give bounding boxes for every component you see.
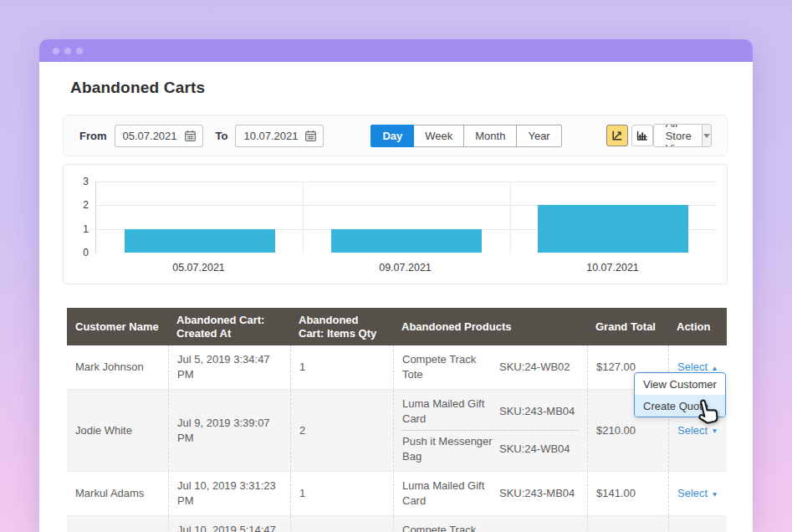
product-sku: SKU:243-MB04 xyxy=(499,486,579,501)
calendar-icon[interactable] xyxy=(304,130,317,142)
product-line: Compete Track ToteSKU:24-WB02 xyxy=(402,350,579,384)
grand-total-cell: $141.00 xyxy=(587,472,668,515)
table-row: Markul AdamsJul 10, 2019 3:31:23 PM1Luma… xyxy=(67,472,727,516)
action-cell: Select▼ xyxy=(668,516,727,532)
created-at-cell: Jul 10, 2019 5:14:47 PM xyxy=(168,516,290,532)
column-header: Abandoned Cart: Items Qty xyxy=(290,308,393,345)
product-line: Luma Mailed Gift CardSKU:243-MB04 xyxy=(402,395,579,428)
product-sku: SKU:24-WB02 xyxy=(499,360,579,375)
y-axis-labels: 0123 xyxy=(64,182,89,253)
y-tick-label: 0 xyxy=(64,247,89,258)
x-tick-label: 10.07.2021 xyxy=(509,262,716,274)
abandoned-products-cell: Compete Track ToteSKU:24-WB02 xyxy=(393,345,587,389)
column-header: Abandoned Products xyxy=(393,308,587,345)
select-action-label: Select xyxy=(677,486,708,501)
product-sku: SKU:24-WB04 xyxy=(499,442,579,457)
chart-bar[interactable] xyxy=(331,229,482,253)
abandoned-carts-table: Customer NameAbandoned Cart: Created AtA… xyxy=(67,308,727,532)
period-button-month[interactable]: Month xyxy=(464,125,517,147)
y-tick-label: 1 xyxy=(64,223,89,235)
to-date-field xyxy=(235,125,324,147)
column-header: Customer Name xyxy=(67,308,168,345)
horizontal-gridline xyxy=(96,182,717,182)
y-tick-label: 3 xyxy=(64,176,89,187)
table-row: Jane SmithJul 10, 2019 5:14:47 PM1Compet… xyxy=(67,516,727,532)
line-chart-icon[interactable] xyxy=(606,125,628,146)
product-name: Compete Track Tote xyxy=(402,523,499,532)
chart-type-switcher xyxy=(606,125,653,146)
column-header: Grand Total xyxy=(587,308,668,345)
from-label: From xyxy=(79,130,107,142)
customer-name-cell: Markul Adams xyxy=(67,472,168,515)
bar-chart-icon[interactable] xyxy=(631,125,653,146)
window-dot-icon xyxy=(76,48,83,54)
vertical-gridline xyxy=(510,182,511,253)
select-action-link[interactable]: Select▼ xyxy=(677,486,718,502)
period-button-day[interactable]: Day xyxy=(370,125,414,147)
abandoned-products-cell: Luma Mailed Gift CardSKU:243-MB04Push it… xyxy=(393,390,587,471)
page-title: Abandoned Carts xyxy=(70,79,205,97)
from-date-field xyxy=(115,125,203,147)
menu-item-view-customer[interactable]: View Customer xyxy=(635,373,725,395)
chart-bar[interactable] xyxy=(125,229,275,253)
hand-pointer-cursor xyxy=(694,397,723,431)
product-line: Luma Mailed Gift CardSKU:243-MB04 xyxy=(402,477,579,510)
chart-bar[interactable] xyxy=(538,205,688,253)
created-at-cell: Jul 5, 2019 3:34:47 PM xyxy=(168,345,290,389)
column-header: Abandoned Cart: Created At xyxy=(168,308,290,345)
product-name: Compete Track Tote xyxy=(402,352,499,382)
x-tick-label: 05.07.2021 xyxy=(95,262,302,274)
table-body: Mark JohnsonJul 5, 2019 3:34:47 PM1Compe… xyxy=(67,345,727,532)
y-tick-label: 2 xyxy=(64,199,89,211)
grand-total-cell: $127.00 xyxy=(587,516,668,532)
window-titlebar xyxy=(39,39,753,62)
chart-plot-area xyxy=(95,182,717,253)
chevron-down-icon: ▼ xyxy=(711,486,718,502)
chevron-down-icon[interactable] xyxy=(702,125,711,146)
window-dot-icon xyxy=(53,48,59,54)
product-name: Push it Messenger Bag xyxy=(402,434,499,464)
column-header: Action xyxy=(668,308,727,345)
abandoned-products-cell: Luma Mailed Gift CardSKU:243-MB04 xyxy=(393,472,587,515)
items-qty-cell: 2 xyxy=(290,390,393,471)
created-at-cell: Jul 9, 2019 3:39:07 PM xyxy=(168,390,290,471)
x-tick-label: 09.07.2021 xyxy=(302,262,508,274)
abandoned-carts-bar-chart: 012305.07.202109.07.202110.07.2021 xyxy=(63,164,728,284)
table-row: Mark JohnsonJul 5, 2019 3:34:47 PM1Compe… xyxy=(67,345,727,390)
period-button-year[interactable]: Year xyxy=(517,125,561,147)
items-qty-cell: 1 xyxy=(290,472,393,515)
table-row: Jodie WhiteJul 9, 2019 3:39:07 PM2Luma M… xyxy=(67,390,727,472)
product-line: Push it Messenger BagSKU:24-WB04 xyxy=(402,432,579,466)
action-cell: Select▼ xyxy=(668,472,727,515)
vertical-gridline xyxy=(303,182,304,253)
store-views-select[interactable]: All Store Views xyxy=(653,124,712,147)
customer-name-cell: Jane Smith xyxy=(67,516,168,532)
calendar-icon[interactable] xyxy=(184,130,197,142)
store-views-value: All Store Views xyxy=(654,125,703,146)
window-dot-icon xyxy=(64,48,71,54)
product-sku: SKU:243-MB04 xyxy=(499,404,579,419)
to-label: To xyxy=(216,130,228,142)
table-header-row: Customer NameAbandoned Cart: Created AtA… xyxy=(67,308,727,345)
from-date-input[interactable] xyxy=(123,130,179,142)
period-button-week[interactable]: Week xyxy=(414,125,464,147)
product-name: Luma Mailed Gift Card xyxy=(402,478,499,509)
period-segmented-control: DayWeekMonthYear xyxy=(370,125,561,147)
filter-toolbar: From To xyxy=(63,115,728,156)
app-window: Abandoned Carts From To xyxy=(39,39,753,532)
product-line: Compete Track ToteSKU:24-WB02 xyxy=(402,521,579,532)
customer-name-cell: Mark Johnson xyxy=(67,345,168,389)
page-content: Abandoned Carts From To xyxy=(39,62,753,532)
items-qty-cell: 1 xyxy=(290,516,393,532)
items-qty-cell: 1 xyxy=(290,345,393,389)
created-at-cell: Jul 10, 2019 3:31:23 PM xyxy=(168,472,290,515)
product-name: Luma Mailed Gift Card xyxy=(402,396,499,427)
product-divider xyxy=(402,430,579,431)
to-date-input[interactable] xyxy=(243,130,299,142)
abandoned-products-cell: Compete Track ToteSKU:24-WB02 xyxy=(393,516,587,532)
customer-name-cell: Jodie White xyxy=(67,390,168,471)
